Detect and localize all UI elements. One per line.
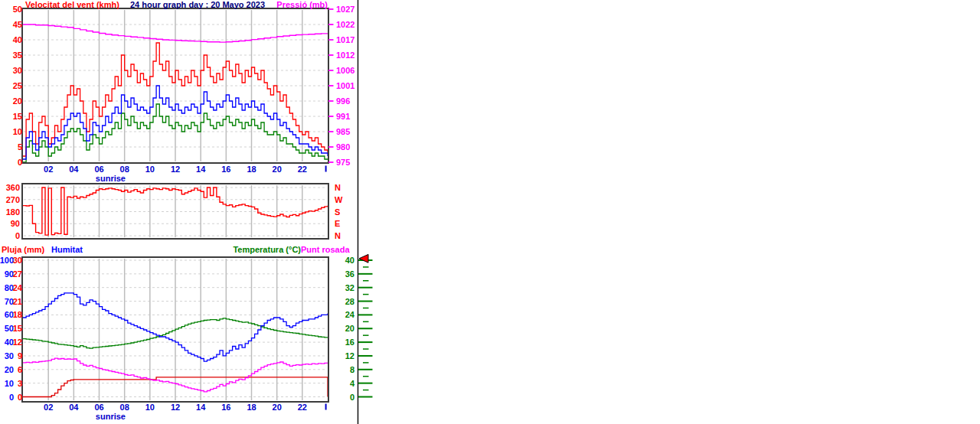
temperature-axis-tick-label: 36 (337, 270, 354, 279)
end-of-day-tick-top (325, 166, 327, 172)
temperature-axis-tick-label: 8 (337, 366, 354, 374)
pressure-axis-tick-label: 985 (336, 128, 350, 136)
compass-label: S (335, 208, 340, 217)
pressure-axis-tick-label: 1001 (336, 82, 354, 90)
direction-axis-tick-label: 270 (2, 196, 20, 204)
pressure-axis-tick-label: 991 (336, 113, 350, 121)
rain-axis-tick-label: 24 (11, 284, 22, 292)
wind-axis-tick-label: 35 (4, 51, 22, 60)
rain-axis-tick-label: 3 (11, 380, 22, 388)
wind-axis-tick-label: 5 (4, 143, 22, 152)
direction-axis-tick-label: 90 (2, 220, 20, 228)
pressure-axis-tick-label: 1027 (336, 5, 354, 14)
dewpoint-title: Punt rosada (301, 246, 350, 254)
wind-axis-tick-label: 40 (4, 36, 22, 44)
compass-label: E (335, 220, 340, 228)
temperature-title: Temperatura (°C) (224, 246, 301, 254)
wind-axis-tick-label: 15 (4, 113, 22, 121)
temperature-axis-tick-label: 32 (337, 284, 354, 292)
direction-axis-tick-label: 360 (2, 184, 20, 192)
wind-axis-tick-label: 30 (4, 67, 22, 75)
rain-title: Pluja (mm) (2, 246, 44, 254)
humidity-title: Humitat (51, 246, 83, 254)
hour-tick-label-top: 16 (217, 165, 234, 174)
wind-panel-grid (24, 10, 327, 161)
rain-axis-tick-label: 21 (11, 298, 22, 306)
hour-tick-label-top: 14 (192, 165, 209, 174)
hour-tick-label-bottom: 08 (116, 403, 133, 412)
rain-axis-tick-label: 18 (11, 311, 22, 319)
sunrise-label-top: sunrise (93, 174, 127, 183)
pressure-axis-tick-label: 1022 (336, 21, 354, 29)
pressure-axis-tick-label: 996 (336, 97, 350, 106)
compass-label: W (335, 196, 342, 204)
hour-tick-label-bottom: 20 (269, 403, 286, 412)
temperature-axis-tick-label: 16 (337, 338, 354, 347)
direction-axis-tick-label: 0 (2, 232, 20, 240)
wind-axis-tick-label: 20 (4, 97, 22, 106)
wind-axis-tick-label: 25 (4, 82, 22, 90)
hour-tick-label-bottom: 02 (40, 403, 57, 412)
hour-tick-label-bottom: 16 (217, 403, 234, 412)
graph-date-title: 24 hour graph day : 20 Mayo 2023 (130, 1, 265, 9)
hour-tick-label-top: 06 (91, 165, 108, 174)
wind-axis-tick-label: 45 (4, 21, 22, 29)
pressure-axis-tick-label: 980 (336, 143, 350, 152)
rain-axis-tick-label: 0 (11, 393, 22, 402)
weather-station-24h-graph: 1027102210171012100610019969919859809755… (0, 0, 980, 424)
weather-plots-svg (0, 0, 980, 424)
hour-tick-label-top: 08 (116, 165, 133, 174)
hour-tick-label-top: 12 (167, 165, 184, 174)
pressure-title: Pressió (mb) (251, 1, 328, 9)
sunrise-label-bottom: sunrise (93, 413, 127, 421)
end-of-day-tick-bottom (325, 404, 327, 410)
wind-axis-tick-label: 50 (4, 5, 22, 14)
wind-speed-title: Velocitat del vent (kmh) (25, 1, 119, 9)
rain-axis-tick-label: 9 (11, 352, 22, 360)
temperature-scale-ticks (358, 260, 373, 397)
rain-axis-tick-label: 15 (11, 325, 22, 333)
pressure-axis-tick-label: 1006 (336, 67, 354, 75)
hour-tick-label-top: 04 (65, 165, 82, 174)
rain-axis-tick-label: 12 (11, 338, 22, 347)
wind-axis-tick-label: 10 (4, 128, 22, 136)
temperature-axis-tick-label: 4 (337, 380, 354, 388)
hour-tick-label-top: 20 (269, 165, 286, 174)
rain-axis-tick-label: 30 (11, 256, 22, 265)
compass-label: N (335, 184, 341, 192)
hour-tick-label-bottom: 12 (167, 403, 184, 412)
temperature-scale-arrow-icon (359, 254, 368, 263)
temperature-axis-tick-label: 12 (337, 352, 354, 360)
rain-axis-tick-label: 27 (11, 270, 22, 279)
pressure-axis-tick-label: 1017 (336, 36, 354, 44)
direction-axis-tick-label: 180 (2, 208, 20, 217)
hour-tick-label-bottom: 10 (142, 403, 158, 412)
compass-label: N (335, 232, 341, 240)
rain-axis-tick-label: 6 (11, 366, 22, 374)
hour-tick-label-bottom: 06 (91, 403, 108, 412)
temperature-axis-tick-label: 28 (337, 298, 354, 306)
hour-tick-label-bottom: 18 (243, 403, 260, 412)
direction-panel-grid (24, 185, 327, 237)
pressure-axis-tick-label: 1012 (336, 51, 354, 60)
temperature-axis-tick-label: 40 (337, 256, 354, 265)
temperature-axis-tick-label: 24 (337, 311, 354, 319)
hour-tick-label-top: 22 (294, 165, 311, 174)
hour-tick-label-top: 18 (243, 165, 260, 174)
temperature-axis-tick-label: 0 (337, 393, 354, 402)
wind-axis-tick-label: 0 (4, 158, 22, 167)
hour-tick-label-bottom: 04 (65, 403, 82, 412)
hour-tick-label-top: 10 (142, 165, 158, 174)
hour-tick-label-top: 02 (40, 165, 57, 174)
hour-tick-label-bottom: 22 (294, 403, 311, 412)
hour-tick-label-bottom: 14 (192, 403, 209, 412)
temperature-axis-tick-label: 20 (337, 325, 354, 333)
pressure-axis-tick-label: 975 (336, 158, 350, 167)
